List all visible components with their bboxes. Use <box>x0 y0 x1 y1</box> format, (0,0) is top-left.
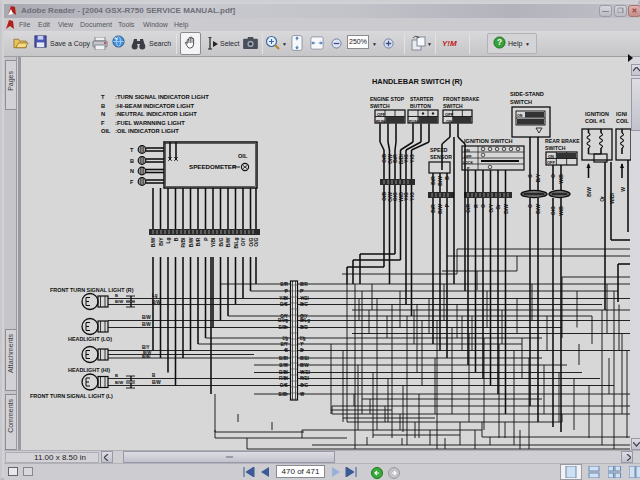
svg-text:R/Bl: R/Bl <box>180 237 186 248</box>
svg-text:IGNITION: IGNITION <box>585 111 609 117</box>
svg-text::NEUTRAL INDICATOR LIGHT: :NEUTRAL INDICATOR LIGHT <box>115 111 197 117</box>
svg-text:F: F <box>101 120 105 126</box>
svg-text:OFF: OFF <box>377 112 386 117</box>
svg-text:RUN: RUN <box>376 119 385 124</box>
svg-text:N: N <box>130 168 134 174</box>
svg-text:B/W: B/W <box>152 300 162 305</box>
svg-text:FRONT BRAKE: FRONT BRAKE <box>443 96 480 102</box>
svg-text:Y: Y <box>300 342 303 347</box>
svg-text:SENSOR: SENSOR <box>430 154 452 160</box>
svg-text:Y/G: Y/G <box>409 154 415 163</box>
svg-text:B/W: B/W <box>225 237 231 247</box>
svg-text:IGNI: IGNI <box>616 111 628 117</box>
svg-text:?: ? <box>497 37 502 47</box>
svg-text:Lg: Lg <box>152 293 158 298</box>
svg-text:ON: ON <box>517 114 523 118</box>
svg-text:B: B <box>101 103 105 109</box>
svg-text:B/Lg: B/Lg <box>233 238 239 249</box>
svg-text:B/Bl: B/Bl <box>279 356 288 361</box>
svg-text:REAR BRAKE: REAR BRAKE <box>545 138 580 144</box>
svg-text:W/B: W/B <box>558 174 564 184</box>
svg-text:B/G: B/G <box>300 302 309 307</box>
svg-text:B/W: B/W <box>152 380 162 385</box>
svg-text:B/Bl: B/Bl <box>142 354 150 359</box>
svg-text:B/Bl: B/Bl <box>300 356 309 361</box>
svg-text:B/W: B/W <box>142 315 152 320</box>
svg-text::HI-BEAM INDICATOR LIGHT: :HI-BEAM INDICATOR LIGHT <box>115 103 194 109</box>
svg-text:G: G <box>527 174 533 178</box>
svg-text::TURN SIGNAL INDICATOR LIGHT: :TURN SIGNAL INDICATOR LIGHT <box>115 94 209 100</box>
svg-text:N: N <box>101 111 105 117</box>
svg-text:STARTER: STARTER <box>410 96 434 102</box>
svg-text:Y/Bl: Y/Bl <box>210 237 216 247</box>
svg-text:FRONT TURN SIGNAL LIGHT (R): FRONT TURN SIGNAL LIGHT (R) <box>50 287 134 293</box>
svg-text:B/R: B/R <box>430 176 436 185</box>
svg-text:B/W: B/W <box>142 322 152 327</box>
svg-text:SPEEDOMETER: SPEEDOMETER <box>189 163 237 170</box>
svg-text:B/B: B/B <box>300 325 309 330</box>
svg-text:Lg: Lg <box>165 238 171 244</box>
svg-text::OIL INDICATOR LIGHT: :OIL INDICATOR LIGHT <box>115 128 179 134</box>
svg-text:OFF: OFF <box>547 160 556 165</box>
svg-text:B/G: B/G <box>280 302 289 307</box>
svg-text:B/Br: B/Br <box>278 325 288 330</box>
svg-text:COIL #1: COIL #1 <box>585 118 605 124</box>
svg-text:SWITCH: SWITCH <box>370 103 390 109</box>
svg-text:SIDE-STAND: SIDE-STAND <box>510 91 544 97</box>
svg-text:P: P <box>300 289 303 294</box>
svg-text:Y/Bl: Y/Bl <box>279 296 288 301</box>
svg-text:R/Bl: R/Bl <box>279 376 288 381</box>
svg-text:B: B <box>130 158 134 164</box>
svg-text:FRONT TURN SIGNAL LIGHT (L): FRONT TURN SIGNAL LIGHT (L) <box>30 393 113 399</box>
svg-text:B: B <box>115 293 118 298</box>
svg-text:B/Y: B/Y <box>535 173 541 182</box>
svg-text:T: T <box>130 147 134 153</box>
svg-text:B/Br: B/Br <box>278 392 288 397</box>
svg-text:SPEED: SPEED <box>430 147 448 153</box>
svg-text:B/W: B/W <box>115 299 123 304</box>
svg-text:HEADLIGHT (HI): HEADLIGHT (HI) <box>68 367 110 373</box>
svg-text:B: B <box>173 237 179 241</box>
svg-text:O/G: O/G <box>280 383 289 388</box>
svg-text:B/R: B/R <box>195 237 201 246</box>
svg-text:F: F <box>130 179 134 185</box>
svg-text:O/Y: O/Y <box>240 237 246 246</box>
svg-text:SWITCH: SWITCH <box>545 145 566 151</box>
svg-text:W: W <box>620 187 626 192</box>
svg-text:B: B <box>444 176 450 180</box>
svg-text:BUTTON: BUTTON <box>410 103 431 109</box>
svg-text:ENGINE STOP: ENGINE STOP <box>370 96 405 102</box>
svg-text:O/G: O/G <box>300 383 309 388</box>
svg-text:OIL: OIL <box>101 128 111 134</box>
svg-text:B/R: B/R <box>280 282 289 287</box>
svg-text:ON: ON <box>548 154 554 159</box>
svg-text:R/Bl: R/Bl <box>300 376 309 381</box>
svg-text:B/R: B/R <box>300 282 309 287</box>
svg-text:SWITCH: SWITCH <box>510 99 532 105</box>
svg-text:PUSH: PUSH <box>409 120 420 124</box>
svg-text:B/G: B/G <box>218 237 224 246</box>
svg-text:B/W: B/W <box>586 187 592 197</box>
svg-text:B/W: B/W <box>437 176 443 186</box>
svg-text:IGNITION SWITCH: IGNITION SWITCH <box>464 138 512 144</box>
svg-text:W/Bl: W/Bl <box>300 370 310 375</box>
svg-text:OIL: OIL <box>238 153 248 159</box>
svg-text:T: T <box>101 94 105 100</box>
svg-text:B/W: B/W <box>279 363 289 368</box>
svg-text:B/Y: B/Y <box>280 342 288 347</box>
svg-text:Lg: Lg <box>283 336 289 341</box>
svg-text:W/Bl: W/Bl <box>609 192 615 204</box>
svg-text:O: O <box>550 174 556 178</box>
svg-text:SWITCH: SWITCH <box>443 103 463 109</box>
svg-text:OFF: OFF <box>445 112 454 117</box>
svg-text:ON: ON <box>446 119 452 124</box>
svg-text:Y/Bl: Y/Bl <box>300 296 309 301</box>
svg-text:O/G: O/G <box>253 237 259 246</box>
svg-text:B/Y: B/Y <box>158 237 164 246</box>
svg-text:Or: Or <box>599 196 605 202</box>
svg-text:HANDLEBAR SWITCH (R): HANDLEBAR SWITCH (R) <box>372 77 463 86</box>
svg-text:B: B <box>115 373 118 378</box>
svg-text:B/Bl: B/Bl <box>279 370 288 375</box>
svg-text:B/W: B/W <box>115 380 123 385</box>
svg-text:COIL: COIL <box>616 118 630 124</box>
